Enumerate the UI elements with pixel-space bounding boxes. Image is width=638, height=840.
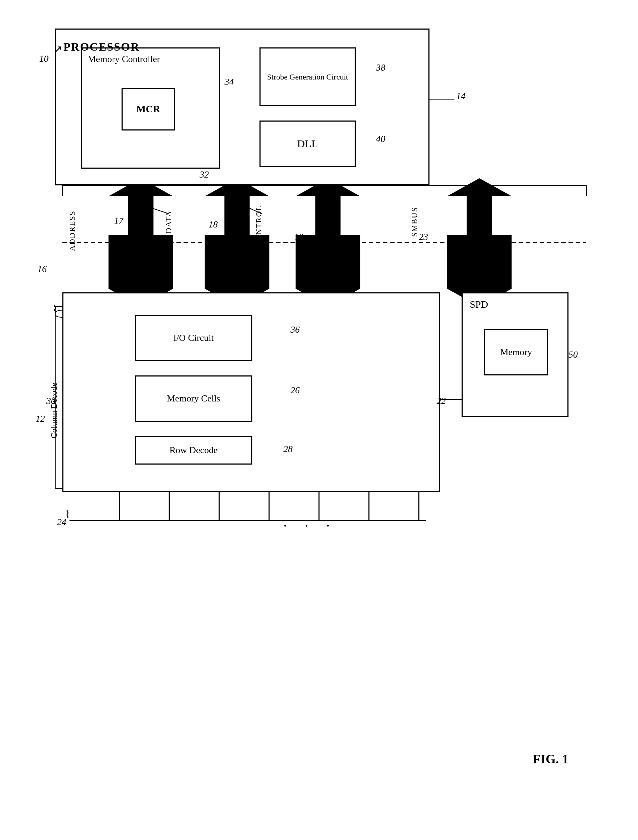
spd-block: SPD Memory [461,293,569,417]
ref-14: 14 [456,91,466,101]
io-circuit-label: I/O Circuit [173,333,213,343]
mcr-label: MCR [136,103,160,115]
svg-marker-10 [296,196,360,289]
ref-10: 10 [39,54,49,64]
ref-36: 36 [291,324,300,335]
svg-marker-13 [447,196,512,289]
memory-inner-label: Memory [500,347,532,358]
squiggle-16: ⌇ [52,303,58,316]
ref-22: 22 [437,396,446,407]
address-bus-label: ADDRESS [68,210,77,251]
dll-label: DLL [297,138,318,150]
ref-12: 12 [36,414,45,424]
ref-23: 23 [419,232,428,242]
data-bus-label: DATA [164,210,173,234]
ref-16: 16 [38,264,47,275]
ref-17: 17 [114,216,123,226]
ref-50: 50 [569,350,578,360]
squiggle-24: ⌇ [65,508,70,520]
spd-label: SPD [470,299,488,310]
page: PROCESSOR Memory Controller MCR Strobe G… [0,0,638,840]
diagram: PROCESSOR Memory Controller MCR Strobe G… [34,21,604,788]
ref-30: 30 [46,396,55,407]
fig-label: FIG. 1 [533,751,569,767]
arrow-processor: ↗ [54,43,62,55]
ref-34: 34 [224,77,234,87]
svg-marker-15 [447,178,512,196]
smbus-label: SMBUS [410,207,419,237]
ref-40: 40 [376,134,385,144]
ref-19: 19 [294,232,303,242]
strobe-label: Strobe Generation Circuit [267,71,348,83]
memory-controller-label: Memory Controller [88,54,160,65]
ref-32: 32 [200,169,209,180]
control-bus-label: CONTROL [254,205,264,247]
memory-module-block: I/O Circuit Memory Cells Row Decode Colu… [62,293,440,492]
column-decode-label: Column Decode [49,383,59,438]
svg-marker-4 [109,196,173,289]
row-decode-label: Row Decode [169,445,218,456]
ref-38: 38 [376,62,385,73]
ref-28: 28 [283,444,293,455]
processor-block: PROCESSOR Memory Controller MCR Strobe G… [55,28,430,185]
ref-26: 26 [291,385,300,396]
dots-indicator: . . . [283,513,337,530]
memory-cells-label: Memory Cells [167,393,220,404]
ref-18: 18 [208,219,218,230]
